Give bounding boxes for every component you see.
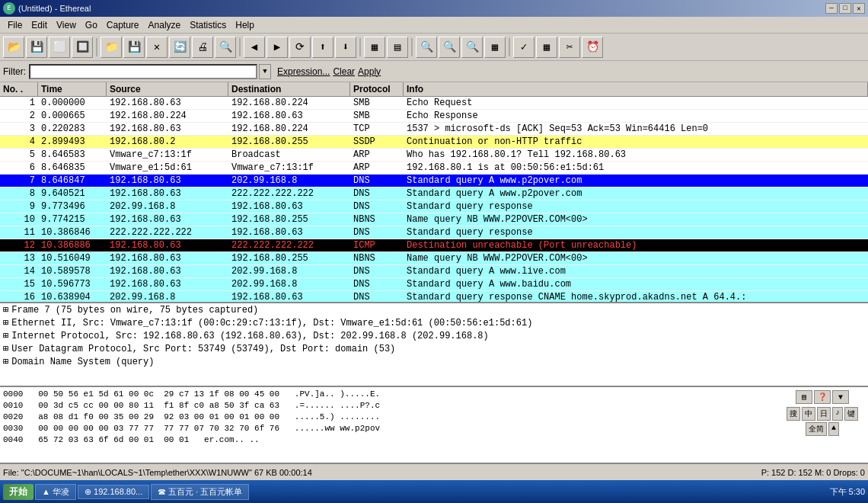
menu-file[interactable]: File — [3, 18, 27, 32]
settings-button[interactable]: ✓ — [513, 37, 535, 58]
taskbar-item-1[interactable]: ▲ 华凌 — [35, 484, 76, 500]
menu-go[interactable]: Go — [81, 18, 102, 32]
taskbar-item-3[interactable]: ☎ 五百元 · 五百元帐单 — [151, 484, 249, 500]
reload-button[interactable]: 🔲 — [72, 37, 93, 58]
table-row[interactable]: 8 9.640521 192.168.80.63 222.222.222.222… — [0, 187, 868, 200]
table-row[interactable]: 2 0.000665 192.168.80.224 192.168.80.63 … — [0, 110, 868, 123]
table-row[interactable]: 1 0.000000 192.168.80.63 192.168.80.224 … — [0, 97, 868, 110]
last-button[interactable]: ⬇ — [335, 37, 356, 58]
goto-button[interactable]: ⟳ — [289, 37, 311, 58]
header-no[interactable]: No. . — [0, 82, 38, 96]
expand-icon[interactable]: ⊞ — [3, 343, 8, 354]
header-source[interactable]: Source — [107, 82, 228, 96]
cell-source: 192.168.80.63 — [107, 239, 228, 252]
close-capture-button[interactable]: ⬜ — [49, 37, 70, 58]
cn-btn-3[interactable]: 日 — [817, 407, 831, 421]
table-row[interactable]: 11 10.386846 222.222.222.222 192.168.80.… — [0, 226, 868, 239]
hex-btn-help[interactable]: ❓ — [814, 390, 831, 404]
apply-button[interactable]: Apply — [358, 66, 381, 77]
expand-icon[interactable]: ⊞ — [3, 317, 8, 328]
expand-icon[interactable]: ⊞ — [3, 304, 8, 316]
save-file-button[interactable]: 💾 — [123, 37, 145, 58]
table-row[interactable]: 4 2.899493 192.168.80.2 192.168.80.255 S… — [0, 136, 868, 149]
cell-protocol: DNS — [350, 278, 404, 290]
zoom-out-button[interactable]: 🔍 — [439, 37, 460, 58]
table-row[interactable]: 13 10.516049 192.168.80.63 192.168.80.25… — [0, 252, 868, 265]
open-file-button[interactable]: 📁 — [101, 37, 122, 58]
cn-btn-1[interactable]: 搜 — [787, 407, 800, 421]
header-time[interactable]: Time — [38, 82, 107, 96]
print-button[interactable]: 🖨 — [192, 37, 213, 58]
taskbar-item-2[interactable]: ⊕ 192.168.80... — [78, 485, 149, 499]
table-row[interactable]: 16 10.638904 202.99.168.8 192.168.80.63 … — [0, 291, 868, 302]
menu-edit[interactable]: Edit — [27, 18, 52, 32]
detail-text: Domain Name System (query) — [11, 357, 154, 367]
detail-row[interactable]: ⊞Frame 7 (75 bytes on wire, 75 bytes cap… — [0, 303, 868, 316]
filter-dropdown[interactable]: ▼ — [259, 64, 271, 79]
cell-no: 11 — [0, 226, 38, 239]
close-button[interactable]: ✕ — [853, 3, 865, 14]
cell-info: Destination unreachable (Port unreachabl… — [404, 239, 868, 252]
open-button[interactable]: 📂 — [3, 37, 24, 58]
first-button[interactable]: ⬆ — [312, 37, 333, 58]
table-row[interactable]: 7 8.646847 192.168.80.63 202.99.168.8 DN… — [0, 175, 868, 187]
cell-no: 14 — [0, 265, 38, 277]
table-row[interactable]: 9 9.773496 202.99.168.8 192.168.80.63 DN… — [0, 200, 868, 213]
cn-btn-2[interactable]: 中 — [802, 407, 815, 421]
menu-view[interactable]: View — [52, 18, 81, 32]
hex-btn-list[interactable]: ▤ — [796, 390, 812, 404]
cn-btn-5[interactable]: 键 — [844, 407, 858, 421]
expression-button[interactable]: Expression... — [277, 66, 330, 77]
minimize-button[interactable]: ─ — [825, 3, 838, 14]
expand-icon[interactable]: ⊞ — [3, 356, 8, 367]
filter-label: Filter: — [3, 66, 26, 77]
start-button[interactable]: 开始 — [3, 484, 34, 500]
menu-capture[interactable]: Capture — [102, 18, 144, 32]
header-destination[interactable]: Destination — [228, 82, 350, 96]
table-row[interactable]: 6 8.646835 Vmware_e1:5d:61 Vmware_c7:13:… — [0, 162, 868, 175]
header-protocol[interactable]: Protocol — [350, 82, 404, 96]
cn-btn-6[interactable]: 全简 — [806, 422, 827, 436]
table-row[interactable]: 5 8.646583 Vmware_c7:13:1f Broadcast ARP… — [0, 149, 868, 162]
stop-button[interactable]: ✕ — [146, 37, 168, 58]
table-row[interactable]: 14 10.589578 192.168.80.63 202.99.168.8 … — [0, 265, 868, 278]
save-button[interactable]: 💾 — [26, 37, 47, 58]
cn-btn-7[interactable]: ▲ — [828, 422, 839, 436]
menu-statistics[interactable]: Statistics — [185, 18, 231, 32]
refresh-button[interactable]: 🔄 — [169, 37, 190, 58]
table-row[interactable]: 10 9.774215 192.168.80.63 192.168.80.255… — [0, 213, 868, 226]
detail-row[interactable]: ⊞Internet Protocol, Src: 192.168.80.63 (… — [0, 329, 868, 342]
cell-source: 192.168.80.63 — [107, 252, 228, 264]
hex-btn-down[interactable]: ▼ — [832, 390, 849, 404]
cell-protocol: TCP — [350, 123, 404, 135]
forward-button[interactable]: ▶ — [266, 37, 288, 58]
maximize-button[interactable]: □ — [839, 3, 851, 14]
time-button[interactable]: ⏰ — [582, 37, 603, 58]
colorize-button[interactable]: ▦ — [364, 37, 385, 58]
detail-row[interactable]: ⊞Ethernet II, Src: Vmware_c7:13:1f (00:0… — [0, 316, 868, 329]
zoom-normal-button[interactable]: 🔍 — [461, 37, 483, 58]
autosize-button[interactable]: ▤ — [387, 37, 408, 58]
cn-btn-4[interactable]: ♪ — [832, 407, 843, 421]
clear-button[interactable]: Clear — [333, 66, 355, 77]
cell-protocol: DNS — [350, 187, 404, 200]
expand-icon[interactable]: ⊞ — [3, 330, 8, 341]
table-row[interactable]: 12 10.386886 192.168.80.63 222.222.222.2… — [0, 239, 868, 252]
table-row[interactable]: 3 0.220283 192.168.80.63 192.168.80.224 … — [0, 123, 868, 136]
detail-row[interactable]: ⊞User Datagram Protocol, Src Port: 53749… — [0, 342, 868, 355]
back-button[interactable]: ◀ — [244, 37, 265, 58]
expand-button[interactable]: ▦ — [484, 37, 506, 58]
cell-source: 202.99.168.8 — [107, 291, 228, 302]
find-button[interactable]: 🔍 — [215, 37, 236, 58]
cell-info: 192.168.80.1 is at 00:50:56:e1:5d:61 — [404, 162, 868, 174]
menu-analyze[interactable]: Analyze — [144, 18, 186, 32]
header-info[interactable]: Info — [404, 82, 868, 96]
filter-input[interactable] — [29, 64, 257, 79]
cell-destination: 222.222.222.222 — [228, 187, 350, 200]
cut-button[interactable]: ✂ — [559, 37, 580, 58]
detail-row[interactable]: ⊞Domain Name System (query) — [0, 355, 868, 368]
resolve-button[interactable]: ▦ — [536, 37, 557, 58]
table-row[interactable]: 15 10.596773 192.168.80.63 202.99.168.8 … — [0, 278, 868, 291]
zoom-in-button[interactable]: 🔍 — [416, 37, 437, 58]
menu-help[interactable]: Help — [231, 18, 259, 32]
